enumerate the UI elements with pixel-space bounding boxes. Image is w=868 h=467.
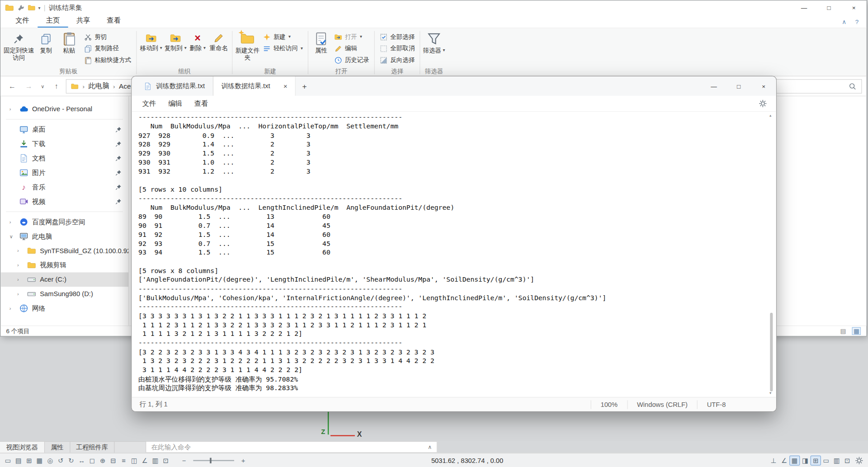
sidebar-item-syntfsbuild[interactable]: › SynTFSBuild_GZ (10.100.0.92) [0,244,128,258]
cad-toggle-icon[interactable]: ∠ [779,455,789,465]
help-icon[interactable]: ? [855,18,859,25]
tab-share[interactable]: 共享 [68,14,99,28]
sidebar-item-network[interactable]: › 网络 [0,301,128,316]
tab-view[interactable]: 查看 [99,14,129,28]
move-to-button[interactable]: 移动到▾ [139,29,163,66]
cad-tool-icon[interactable]: ◻ [87,455,97,465]
cad-tool-icon[interactable]: ⊞ [24,455,34,465]
command-input[interactable] [151,443,423,451]
cad-tool-icon[interactable]: ▭ [3,455,13,465]
cad-tool-icon[interactable]: ◎ [45,455,55,465]
collapse-ribbon-icon[interactable]: ∧ [842,18,846,25]
new-folder-icon[interactable] [28,4,35,12]
notepad-tab-1[interactable]: 训练数据结果.txt [136,76,213,96]
sidebar-item-video-editing[interactable]: › 视频剪辑 [0,258,128,273]
sidebar-item-downloads[interactable]: 下载 [0,137,128,151]
sidebar-item-baidu-netdisk[interactable]: › 百度网盘同步空间 [0,215,128,229]
zoom-in-icon[interactable]: + [238,455,249,465]
chevron-right-icon[interactable]: › [9,106,11,112]
panel-tab-component-library[interactable]: 工程组件库 [70,442,115,453]
notepad-titlebar[interactable]: 训练数据结果.txt 训练数据结果.txt × + — □ × [132,76,776,96]
cad-tool-icon[interactable]: ↔ [76,455,87,465]
collapse-command-icon[interactable]: ∧ [423,444,432,450]
menu-edit[interactable]: 编辑 [162,97,189,111]
close-button[interactable]: × [841,0,866,15]
copy-button[interactable]: 复制 [35,29,57,66]
sidebar-item-music[interactable]: ♪ 音乐 [0,180,128,194]
cad-tool-icon[interactable]: ⊟ [108,455,118,465]
settings-gear-icon[interactable] [855,456,864,465]
properties-button[interactable]: 属性 [311,29,332,66]
chevron-right-icon[interactable]: › [9,306,11,311]
notepad-tab-2[interactable]: 训练数据结果.txt × [213,76,295,96]
scroll-up-icon[interactable]: ▴ [769,113,771,118]
cad-toggle-icon[interactable]: ▦ [789,455,800,465]
cad-tool-icon[interactable]: ∠ [140,455,150,465]
sidebar-item-samsung-d-drive[interactable]: › SamSung980 (D:) [0,287,128,301]
cut-button[interactable]: 剪切 [81,31,134,43]
cad-toggle-icon[interactable]: ▥ [831,455,842,465]
scrollbar[interactable]: ▴ ▾ [768,112,775,397]
chevron-right-icon[interactable]: › [17,248,19,254]
cad-tool-icon[interactable]: ▦ [34,455,45,465]
cad-tool-icon[interactable]: ▥ [150,455,160,465]
breadcrumb-this-pc[interactable]: 此电脑 [89,81,109,91]
cad-toggle-icon[interactable]: ▭ [821,455,831,465]
rename-button[interactable]: 重命名 [208,29,230,66]
sidebar-item-videos[interactable]: 视频 [0,194,128,209]
delete-button[interactable]: × 删除▾ [188,29,208,66]
copy-path-button[interactable]: 复制路径 [81,42,134,54]
settings-gear-icon[interactable] [759,99,768,108]
zoom-slider-thumb[interactable] [210,458,212,463]
sidebar-item-documents[interactable]: 文档 [0,151,128,165]
scroll-down-icon[interactable]: ▾ [769,391,771,395]
open-button[interactable]: 打开 ▾ [331,31,372,43]
tab-close-icon[interactable]: × [283,82,288,90]
easy-access-button[interactable]: 轻松访问 ▾ [260,42,306,54]
select-none-button[interactable]: 全部取消 [377,42,417,54]
new-item-button[interactable]: 新建 ▾ [260,31,306,43]
cad-tool-icon[interactable]: ▤ [13,455,24,465]
menu-file[interactable]: 文件 [136,97,162,111]
sidebar-item-this-pc[interactable]: ∨ 此电脑 [0,229,128,244]
sidebar-item-pictures[interactable]: 图片 [0,165,128,180]
invert-selection-button[interactable]: 反向选择 [377,54,417,66]
tab-file[interactable]: 文件 [7,14,38,28]
pin-to-quick-access-button[interactable]: 固定到快速访问 [3,29,35,66]
maximize-button[interactable]: □ [816,0,841,15]
select-all-button[interactable]: 全部选择 [377,31,417,43]
zoom-slider[interactable] [193,460,234,461]
panel-tab-view-browser[interactable]: 视图浏览器 [0,442,45,453]
cad-toggle-icon[interactable]: ⊡ [842,455,852,465]
properties-wrench-icon[interactable] [17,4,25,12]
close-button[interactable]: × [751,76,776,96]
qat-chevron-down-icon[interactable]: ▾ [38,5,40,10]
recent-locations-chevron-icon[interactable]: ∨ [38,80,47,93]
chevron-right-icon[interactable]: › [9,219,11,225]
chevron-right-icon[interactable]: › [17,277,19,282]
cad-toggle-icon[interactable]: ◨ [800,455,810,465]
explorer-titlebar[interactable]: ▾ | 训练结果集 — □ × [0,0,866,15]
new-tab-button[interactable]: + [296,82,313,91]
sidebar-item-acer-c-drive[interactable]: › Acer (C:) [0,272,128,287]
cad-tool-icon[interactable]: ⊕ [98,455,108,465]
cad-tool-icon[interactable]: ⊡ [160,455,171,465]
cad-tool-icon[interactable]: ↺ [55,455,66,465]
panel-tab-properties[interactable]: 属性 [45,442,70,453]
maximize-button[interactable]: □ [726,76,751,96]
cad-toggle-icon[interactable]: ⊥ [769,455,779,465]
zoom-out-icon[interactable]: − [179,455,189,465]
cad-tool-icon[interactable]: ◫ [129,455,139,465]
forward-button[interactable]: → [22,80,36,93]
cad-toggle-icon[interactable]: ⊞ [811,455,821,465]
copy-to-button[interactable]: 复制到▾ [163,29,188,66]
menu-view[interactable]: 查看 [188,97,214,111]
history-button[interactable]: 历史记录 [331,54,372,66]
filter-button[interactable]: 筛选器▾ [422,29,445,66]
chevron-down-icon[interactable]: ∨ [9,234,13,239]
thumbnail-view-icon[interactable]: ▦ [852,327,861,335]
edit-button[interactable]: 编辑 [331,42,372,54]
new-folder-button[interactable]: 新建文件夹 [235,29,260,66]
minimize-button[interactable]: — [701,76,726,96]
cad-tool-icon[interactable]: ↻ [66,455,76,465]
